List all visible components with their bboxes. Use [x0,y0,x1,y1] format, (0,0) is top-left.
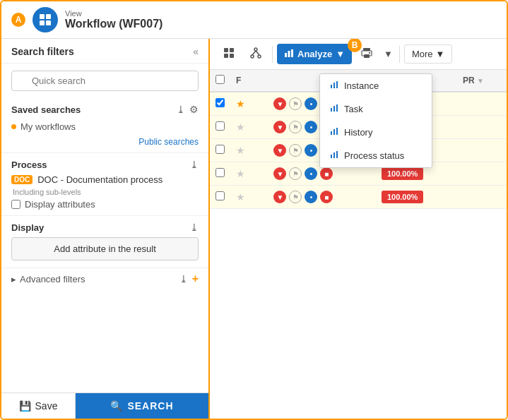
saved-searches-title: Saved searches [11,104,81,115]
print-icon [361,47,372,61]
toolbar-divider-1 [272,46,273,63]
saved-search-item: My workflows [11,119,199,134]
svg-rect-31 [369,52,370,54]
row-star-cell[interactable]: ★ [230,186,251,209]
stop-icon[interactable]: ■ [320,167,333,180]
save-label: Save [35,400,58,412]
down-icon[interactable]: ▼ [273,167,286,180]
process-export-btn[interactable]: ⤓ [190,159,199,170]
row-checkbox-cell [210,186,230,209]
svg-rect-13 [285,53,287,57]
row-empty-cell [251,139,268,162]
flag-icon[interactable]: ⚑ [289,144,302,157]
svg-rect-14 [288,51,290,57]
dropdown-history-label: History [344,127,372,138]
row-actions-cell: ▼ ⚑ • ■ [268,186,376,209]
info-icon[interactable]: • [305,144,317,157]
save-button[interactable]: 💾 Save [1,393,76,419]
info-icon[interactable]: • [305,191,317,203]
svg-rect-3 [46,20,51,25]
saved-searches-export-btn[interactable]: ⤓ [177,104,185,115]
search-btn-icon: 🔍 [110,400,123,412]
row-checkbox[interactable] [215,98,225,107]
display-attributes-row: Display attributes [11,199,199,210]
row-star-cell[interactable]: ★ [230,92,251,116]
saved-searches-actions: ⤓ ⚙ [177,104,199,115]
svg-rect-24 [336,128,338,135]
bar-chart-icon [284,48,294,60]
table-row: ★ ▼ ⚑ • ■ 100.00% [210,186,507,209]
row-checkbox-cell [210,92,230,116]
row-checkbox[interactable] [215,121,225,131]
row-star-cell[interactable]: ★ [230,162,251,186]
search-button[interactable]: 🔍 SEARCH [76,393,208,419]
dropdown-item-instance[interactable]: Instance [320,74,432,97]
info-icon[interactable]: • [305,167,317,180]
row-star-cell[interactable]: ★ [230,139,251,162]
header-title: Workflow (WF007) [65,18,163,30]
dropdown-instance-label: Instance [344,80,379,91]
advanced-filters-toggle[interactable]: ▸ Advanced filters [11,274,85,284]
flag-icon[interactable]: ⚑ [289,167,302,180]
display-actions: ⤓ [190,222,199,233]
more-dropdown-arrow: ▼ [436,49,445,59]
row-star-cell[interactable]: ★ [230,116,251,139]
row-empty-cell [251,162,268,186]
process-title: Process [11,160,47,170]
chevron-right-icon: ▸ [11,274,16,284]
row-checkbox[interactable] [215,145,225,154]
down-icon[interactable]: ▼ [273,144,286,157]
print-dropdown-btn[interactable]: ▼ [382,44,395,64]
display-section-header: Display ⤓ [11,222,199,233]
row-pr-cell [457,116,507,139]
right-panel: Analyze ▼ B Instance [210,39,507,419]
row-checkbox[interactable] [215,168,225,177]
search-filters-title: Search filters [11,46,74,57]
svg-rect-27 [336,151,338,158]
view-button[interactable] [217,43,241,65]
advanced-add-btn[interactable]: + [192,272,199,285]
svg-point-10 [258,55,261,58]
saved-searches-settings-btn[interactable]: ⚙ [189,104,199,115]
quick-search-box: 🔍 [11,71,199,91]
flag-icon[interactable]: ⚑ [289,121,302,133]
flag-icon[interactable]: ⚑ [289,191,302,203]
tree-button[interactable] [244,43,268,65]
saved-search-link[interactable]: My workflows [20,121,76,132]
action-icons: ▼ ⚑ • ■ [273,167,370,180]
process-section: Process ⤓ DOC DOC - Documentation proces… [1,153,208,216]
more-button[interactable]: More ▼ [404,44,453,64]
quick-search-input[interactable] [11,71,199,91]
process-section-header: Process ⤓ [11,159,199,170]
left-panel-header: Search filters « [1,39,208,64]
dropdown-task-label: Task [344,104,363,114]
row-checkbox-cell [210,139,230,162]
info-icon[interactable]: • [305,121,317,133]
public-searches-link[interactable]: Public searches [11,137,199,147]
analyze-button[interactable]: Analyze ▼ [277,44,352,64]
display-export-btn[interactable]: ⤓ [190,222,199,233]
svg-rect-7 [230,54,234,58]
info-icon[interactable]: • [305,97,317,110]
stop-icon[interactable]: ■ [320,191,333,203]
display-attributes-checkbox[interactable] [11,200,20,209]
dropdown-item-history[interactable]: History [320,121,432,144]
svg-line-11 [252,51,256,55]
down-icon[interactable]: ▼ [273,97,286,110]
badge-a: A [11,13,25,27]
add-attribute-button[interactable]: Add attribute in the result [11,237,199,260]
row-checkbox[interactable] [215,191,225,200]
down-icon[interactable]: ▼ [273,191,286,203]
flag-icon[interactable]: ⚑ [289,97,302,110]
app-container: A View Workflow (WF007) Search filters «… [0,0,508,420]
dropdown-item-task[interactable]: Task [320,97,432,121]
process-item: DOC DOC - Documentation process [11,174,199,185]
toolbar: Analyze ▼ B Instance [210,39,507,70]
dropdown-item-process-status[interactable]: Process status [320,144,432,167]
down-icon[interactable]: ▼ [273,121,286,133]
advanced-export-btn[interactable]: ⤓ [179,272,188,285]
analyze-dropdown-arrow: ▼ [336,49,345,59]
select-all-checkbox[interactable] [215,75,225,84]
collapse-button[interactable]: « [193,46,199,57]
col-checkbox [210,70,230,92]
